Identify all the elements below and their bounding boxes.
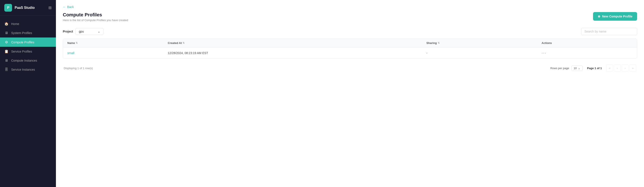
nav-label-home: Home — [11, 22, 19, 26]
nav-label-service-profiles: Service Profiles — [11, 50, 32, 53]
nav-icon-home: 🏠 — [4, 22, 8, 26]
sidebar-item-compute-profiles[interactable]: ⚙ Compute Profiles — [0, 38, 56, 47]
col-created-at: Created At ⇅ — [164, 39, 422, 47]
sidebar-item-home[interactable]: 🏠 Home — [0, 19, 56, 29]
search-input-wrap — [581, 28, 637, 35]
cell-created-at: 12/28/2024, 08:23:19 AM EST — [164, 47, 422, 59]
search-input[interactable] — [581, 28, 637, 35]
sort-icon-created-at: ⇅ — [182, 42, 184, 44]
nav-label-system-profiles: System Profiles — [11, 31, 32, 35]
col-actions-label: Actions — [542, 41, 552, 45]
data-table: Name ⇅ Created At ⇅ Shar — [63, 39, 637, 59]
col-name-label: Name — [67, 41, 75, 45]
project-filter: Project gpu ⌄ — [63, 28, 104, 35]
main-content: ← Back Compute Profiles Here is the list… — [56, 0, 644, 187]
page-nav: « ‹ › » — [606, 65, 636, 72]
nav-label-service-instances: Service Instances — [11, 68, 35, 71]
cell-sharing: - — [422, 47, 537, 59]
page-title: Compute Profiles — [63, 12, 128, 18]
sidebar-title: PaaS Studio — [15, 6, 35, 10]
row-name-link[interactable]: small — [67, 51, 74, 55]
back-link[interactable]: ← Back — [63, 5, 637, 9]
new-btn-label: New Compute Profile — [602, 15, 632, 18]
table-header: Name ⇅ Created At ⇅ Shar — [63, 39, 637, 47]
page-subtitle: Here is the list of Compute Profiles you… — [63, 19, 128, 22]
page-header: Compute Profiles Here is the list of Com… — [63, 12, 637, 22]
sort-icon-name: ⇅ — [76, 42, 78, 44]
new-btn-icon: ⊕ — [598, 15, 600, 18]
sidebar-item-system-profiles[interactable]: 🖥 System Profiles — [0, 29, 56, 38]
new-compute-profile-button[interactable]: ⊕ New Compute Profile — [593, 12, 637, 21]
table-row: small 12/28/2024, 08:23:19 AM EST - ··· — [63, 47, 637, 59]
project-select[interactable]: gpu ⌄ — [76, 28, 104, 35]
page-info: Page 1 of 1 — [587, 67, 602, 70]
nav-icon-service-profiles: 📋 — [4, 49, 8, 53]
col-created-at-label: Created At — [168, 41, 182, 45]
page-title-group: Compute Profiles Here is the list of Com… — [63, 12, 128, 22]
col-sharing: Sharing ⇅ — [422, 39, 537, 47]
sidebar-item-service-instances[interactable]: 🗄 Service Instances — [0, 65, 56, 74]
rows-per-page-value: 10 — [574, 67, 577, 70]
displaying-text: Displaying 1 of 1 row(s) — [64, 67, 93, 70]
toolbar: Project gpu ⌄ — [63, 28, 637, 35]
rows-per-page-select[interactable]: 10 ⌄ — [571, 66, 583, 71]
pagination-right: Rows per page 10 ⌄ Page 1 of 1 « ‹ › » — [550, 65, 636, 72]
sidebar: P PaaS Studio ⊞ 🏠 Home 🖥 System Profiles… — [0, 0, 56, 187]
nav-icon-system-profiles: 🖥 — [4, 31, 8, 35]
rows-select-chevron-icon: ⌄ — [578, 67, 580, 70]
cell-name: small — [63, 47, 164, 59]
nav-label-compute-instances: Compute Instances — [11, 59, 37, 62]
back-arrow-icon: ← — [63, 5, 66, 9]
project-value: gpu — [79, 30, 84, 33]
col-sharing-sort[interactable]: Sharing ⇅ — [426, 41, 440, 45]
sidebar-header: P PaaS Studio ⊞ — [0, 0, 56, 16]
nav-icon-compute-instances: 🖥 — [4, 59, 8, 63]
rows-per-page: Rows per page 10 ⌄ — [550, 66, 583, 71]
nav-icon-service-instances: 🗄 — [4, 68, 8, 72]
cell-actions: ··· — [537, 47, 637, 59]
back-label: Back — [67, 5, 74, 9]
last-page-button[interactable]: » — [629, 65, 636, 72]
project-label: Project — [63, 30, 73, 33]
sidebar-item-compute-instances[interactable]: 🖥 Compute Instances — [0, 56, 56, 65]
first-page-button[interactable]: « — [606, 65, 613, 72]
col-actions: Actions — [537, 39, 637, 47]
prev-page-button[interactable]: ‹ — [614, 65, 621, 72]
nav-icon-compute-profiles: ⚙ — [4, 40, 8, 44]
nav-label-compute-profiles: Compute Profiles — [11, 41, 34, 44]
col-sharing-label: Sharing — [426, 41, 437, 45]
sort-icon-sharing: ⇅ — [438, 42, 440, 44]
col-name-sort[interactable]: Name ⇅ — [67, 41, 78, 45]
next-page-button[interactable]: › — [622, 65, 628, 72]
sidebar-item-service-profiles[interactable]: 📋 Service Profiles — [0, 47, 56, 56]
row-actions-menu[interactable]: ··· — [542, 50, 546, 55]
grid-icon[interactable]: ⊞ — [48, 6, 52, 10]
col-name: Name ⇅ — [63, 39, 164, 47]
sidebar-logo: P — [4, 4, 12, 12]
col-created-at-sort[interactable]: Created At ⇅ — [168, 41, 184, 45]
table-body: small 12/28/2024, 08:23:19 AM EST - ··· — [63, 47, 637, 59]
sidebar-nav: 🏠 Home 🖥 System Profiles ⚙ Compute Profi… — [0, 16, 56, 187]
table-footer: Displaying 1 of 1 row(s) Rows per page 1… — [63, 63, 637, 73]
project-chevron-icon: ⌄ — [98, 30, 100, 33]
rows-per-page-label: Rows per page — [550, 67, 569, 70]
